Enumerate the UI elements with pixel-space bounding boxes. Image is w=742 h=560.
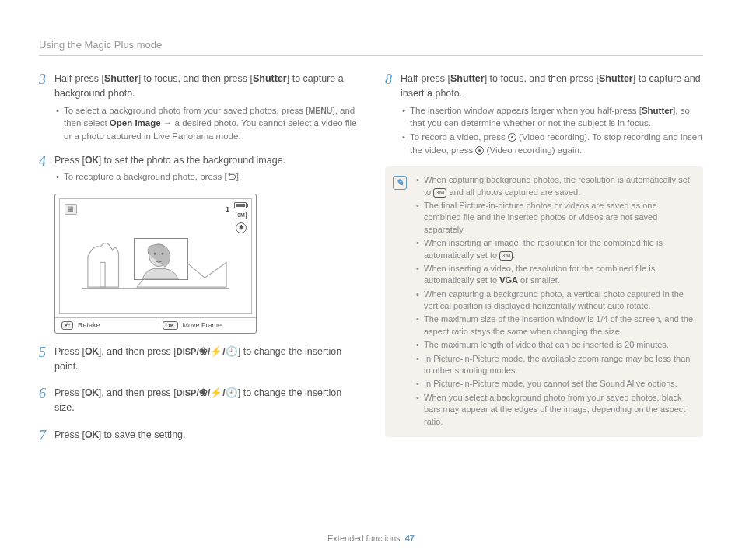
note-icon: ✎	[393, 176, 407, 190]
mode-icon: ▦	[65, 204, 77, 215]
step-4: 4 Press [OK] to set the photo as the bac…	[39, 153, 357, 184]
svg-rect-0	[100, 262, 105, 287]
step-text: Press [OK], and then press [DISP/❀/⚡/🕘] …	[54, 345, 357, 374]
record-icon	[475, 146, 484, 155]
counter: 1	[226, 205, 229, 213]
note-item: When inserting an image, the resolution …	[415, 237, 695, 261]
step-sub-bullet: The insertion window appears larger when…	[401, 104, 703, 130]
note-item: When inserting a video, the resolution f…	[415, 263, 695, 287]
footer-section: Extended functions	[327, 534, 401, 543]
camera-screen-illustration: ▦ 1 3M ✱	[54, 194, 257, 334]
note-item: In Picture-in-Picture mode, the availabl…	[415, 353, 695, 377]
left-column: 3 Half-press [Shutter] to focus, and the…	[39, 72, 357, 455]
step-text: Press [OK] to set the photo as the backg…	[54, 153, 357, 168]
insertion-frame	[134, 238, 188, 280]
step-3: 3 Half-press [Shutter] to focus, and the…	[39, 72, 357, 144]
step-6: 6 Press [OK], and then press [DISP/❀/⚡/🕘…	[39, 386, 357, 418]
note-item: When capturing background photos, the re…	[415, 174, 695, 198]
step-text: Half-press [Shutter] to focus, and then …	[54, 72, 357, 101]
resolution-icon: 3M	[236, 212, 247, 219]
step-text: Press [OK], and then press [DISP/❀/⚡/🕘] …	[54, 386, 357, 415]
note-item: The maximum size of the insertion window…	[415, 313, 695, 338]
step-number: 5	[39, 345, 51, 377]
step-text: Press [OK] to save the setting.	[54, 428, 357, 443]
step-number: 7	[39, 428, 51, 446]
step-8: 8 Half-press [Shutter] to focus, and the…	[385, 72, 703, 157]
step-5: 5 Press [OK], and then press [DISP/❀/⚡/🕘…	[39, 345, 357, 377]
note-item: In Picture-in-Picture mode, you cannot s…	[415, 378, 695, 390]
record-icon	[508, 133, 516, 142]
retake-button-icon: ↶	[61, 321, 73, 330]
note-item: When capturing a background photo, a ver…	[415, 289, 695, 313]
right-column: 8 Half-press [Shutter] to focus, and the…	[385, 72, 703, 455]
note-box: ✎ When capturing background photos, the …	[385, 166, 703, 437]
step-sub-bullet: To select a background photo from your s…	[54, 104, 357, 143]
battery-icon	[234, 202, 247, 208]
step-sub-bullet: To record a video, press (Video recordin…	[401, 131, 703, 156]
step-sub-bullet: To recapture a background photo, press […	[54, 170, 357, 184]
note-item: The maximum length of video that can be …	[415, 339, 695, 351]
step-number: 6	[39, 386, 51, 418]
step-7: 7 Press [OK] to save the setting.	[39, 428, 357, 446]
retake-label: Retake	[78, 321, 100, 329]
note-item: When you select a background photo from …	[415, 392, 695, 428]
step-number: 3	[39, 72, 51, 144]
step-number: 8	[385, 72, 397, 157]
step-text: Half-press [Shutter] to focus, and then …	[401, 72, 703, 101]
svg-point-3	[154, 253, 156, 255]
svg-point-4	[161, 253, 163, 255]
page-footer: Extended functions 47	[0, 534, 742, 543]
page-header: Using the Magic Plus mode	[39, 39, 703, 56]
note-item: The final Picture-in-picture photos or v…	[415, 200, 695, 236]
content-columns: 3 Half-press [Shutter] to focus, and the…	[39, 72, 703, 455]
move-frame-label: Move Frame	[183, 321, 222, 329]
page-number: 47	[405, 534, 415, 543]
ok-button-icon: OK	[163, 321, 178, 330]
step-number: 4	[39, 153, 51, 184]
